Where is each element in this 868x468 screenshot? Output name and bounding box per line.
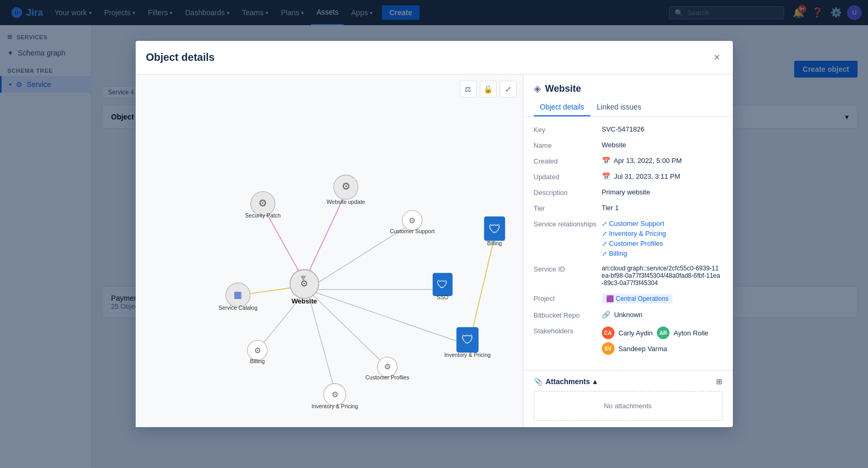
tab-object-details[interactable]: Object details [534, 99, 591, 116]
svg-text:⚙: ⚙ [258, 198, 267, 209]
detail-row-service-relationships: Service relationships ⤢ Customer Support… [534, 220, 722, 257]
avatar-carly: CA [602, 326, 614, 339]
bitbucket-value: 🔗 Unknown [602, 311, 722, 319]
detail-row-tier: Tier Tier 1 [534, 204, 722, 212]
modal-overlay: Object details × ⚖ 🔒 ⤢ [0, 0, 868, 468]
svg-line-6 [307, 289, 387, 367]
svg-text:🛡: 🛡 [488, 222, 500, 236]
detail-row-created: Created 📅 Apr 13, 2022, 5:00 PM [534, 157, 722, 165]
svg-text:⚙: ⚙ [331, 390, 338, 399]
created-value: 📅 Apr 13, 2022, 5:00 PM [602, 157, 722, 165]
svg-text:Website update: Website update [326, 199, 365, 205]
svg-text:▦: ▦ [234, 290, 242, 300]
graph-expand-button[interactable]: ⤢ [500, 81, 517, 97]
link-icon-2: ⤢ [602, 230, 607, 237]
relationship-billing[interactable]: ⤢ Billing [602, 249, 722, 257]
detail-row-updated: Updated 📅 Jul 31, 2023, 3:11 PM [534, 172, 722, 181]
svg-text:Billing: Billing [250, 358, 265, 364]
svg-text:Customer Profiles: Customer Profiles [365, 374, 409, 380]
svg-text:Billing: Billing [487, 240, 502, 246]
svg-text:Service Catalog: Service Catalog [218, 304, 258, 311]
grid-view-icon[interactable]: ⊞ [716, 377, 722, 386]
lock-icon: 🔒 [484, 85, 492, 93]
website-icon: ◈ [534, 83, 541, 94]
tier-value: Tier 1 [602, 204, 722, 212]
service-relationships-value: ⤢ Customer Support ⤢ Inventory & Pricing… [602, 220, 722, 257]
details-body: Key SVC-5471826 Name Website Created 📅 A… [523, 117, 733, 371]
details-tabs: Object details Linked issues [523, 99, 733, 117]
service-relationships-label: Service relationships [534, 220, 602, 228]
svg-text:Inventory & Pricing: Inventory & Pricing [311, 403, 358, 409]
graph-svg: ⚙ Website update ⚙ Security Patch ⚙ Cust… [136, 74, 523, 427]
bitbucket-icon: 🔗 [602, 311, 610, 319]
calendar-icon-2: 📅 [602, 172, 610, 180]
tier-label: Tier [534, 204, 602, 212]
avatar-ayton: AR [657, 326, 669, 339]
details-panel: ◈ Website Object details Linked issues K… [523, 74, 733, 427]
project-label: Project [534, 294, 602, 302]
description-value: Primary website [602, 188, 722, 196]
attachments-empty: No attachments [534, 391, 722, 421]
modal-body: ⚖ 🔒 ⤢ [136, 74, 733, 427]
service-id-label: Service ID [534, 265, 602, 273]
svg-text:Website: Website [291, 298, 316, 305]
description-label: Description [534, 188, 602, 197]
attachments-section: 📎 Attachments ▴ ⊞ No attachments [523, 371, 733, 427]
detail-row-project: Project 🟪 Central Operations [534, 294, 722, 303]
tab-linked-issues[interactable]: Linked issues [590, 99, 647, 116]
svg-text:⚙: ⚙ [300, 279, 308, 289]
detail-row-service-id: Service ID ari:cloud:graph::service/2cfc… [534, 265, 722, 287]
graph-lock-button[interactable]: 🔒 [480, 81, 497, 97]
details-header: ◈ Website [523, 74, 733, 94]
modal-header: Object details × [136, 41, 733, 74]
attachments-header: 📎 Attachments ▴ ⊞ [534, 377, 722, 386]
updated-label: Updated [534, 172, 602, 181]
project-value: 🟪 Central Operations [602, 294, 722, 303]
updated-value: 📅 Jul 31, 2023, 3:11 PM [602, 172, 722, 180]
avatar-sandeep: SV [602, 342, 614, 355]
svg-text:⚙: ⚙ [341, 181, 350, 192]
stakeholder-sandeep-name: Sandeep Varma [619, 345, 667, 353]
object-details-modal: Object details × ⚖ 🔒 ⤢ [136, 41, 733, 427]
svg-text:⚙: ⚙ [254, 346, 260, 355]
modal-title: Object details [146, 51, 215, 63]
svg-text:Security Patch: Security Patch [245, 212, 280, 219]
detail-row-description: Description Primary website [534, 188, 722, 197]
name-label: Name [534, 141, 602, 149]
svg-text:⚙: ⚙ [409, 216, 415, 225]
detail-row-bitbucket: Bitbucket Repo 🔗 Unknown [534, 311, 722, 319]
relationship-customer-support[interactable]: ⤢ Customer Support [602, 220, 722, 227]
svg-line-3 [470, 234, 495, 340]
graph-toolbar: ⚖ 🔒 ⤢ [460, 81, 517, 97]
key-value: SVC-5471826 [602, 125, 722, 133]
modal-close-button[interactable]: × [712, 49, 722, 66]
details-title: Website [545, 83, 581, 94]
paperclip-icon: 📎 [534, 377, 543, 386]
link-icon-1: ⤢ [602, 220, 607, 227]
name-value: Website [602, 141, 722, 149]
detail-row-stakeholders: Stakeholders CA Carly Aydin AR Ayton Rol… [534, 326, 722, 355]
link-icon-3: ⤢ [602, 240, 607, 247]
stakeholders-value: CA Carly Aydin AR Ayton Rolle SV Sandeep… [602, 326, 722, 355]
svg-text:Customer Support: Customer Support [390, 228, 435, 234]
detail-row-name: Name Website [534, 141, 722, 149]
attachments-expand-icon: ▴ [593, 377, 597, 386]
link-icon-4: ⤢ [602, 250, 607, 257]
detail-row-key: Key SVC-5471826 [534, 125, 722, 134]
service-id-value: ari:cloud:graph::service/2cfc55c0-6939-1… [602, 265, 722, 287]
project-badge[interactable]: 🟪 Central Operations [602, 294, 673, 303]
relationship-inventory-pricing[interactable]: ⤢ Inventory & Pricing [602, 230, 722, 237]
filter-icon: ⚖ [465, 85, 471, 93]
stakeholder-carly-name: Carly Aydin [619, 329, 653, 337]
expand-icon: ⤢ [505, 85, 511, 93]
calendar-icon: 📅 [602, 157, 610, 165]
project-icon: 🟪 [606, 295, 614, 302]
graph-filter-button[interactable]: ⚖ [460, 81, 477, 97]
attachments-title: 📎 Attachments ▴ [534, 377, 597, 386]
created-label: Created [534, 157, 602, 165]
stakeholders-label: Stakeholders [534, 326, 602, 335]
key-label: Key [534, 125, 602, 134]
relationship-customer-profiles[interactable]: ⤢ Customer Profiles [602, 240, 722, 247]
svg-line-7 [307, 289, 336, 395]
svg-text:Inventory & Pricing: Inventory & Pricing [444, 352, 491, 358]
